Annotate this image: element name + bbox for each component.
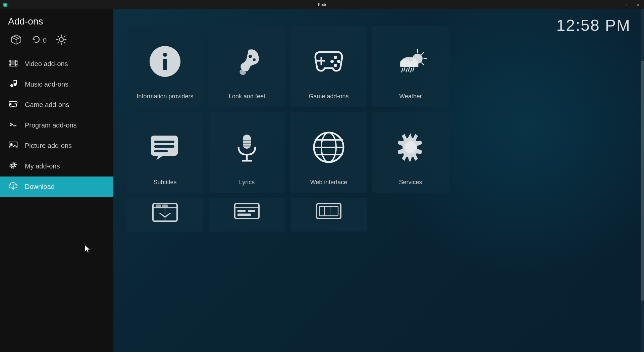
content-area: 12:58 PM Information providers bbox=[113, 9, 644, 352]
sidebar-label-game-add-ons: Game add-ons bbox=[25, 101, 69, 109]
scrollbar-thumb[interactable] bbox=[641, 61, 644, 301]
sidebar-label-music-add-ons: Music add-ons bbox=[25, 81, 68, 88]
grid-item-subtitles[interactable]: Subtitles bbox=[127, 112, 203, 193]
grid-item-look-and-feel[interactable]: Look and feel bbox=[209, 26, 285, 107]
sidebar-item-music-add-ons[interactable]: Music add-ons bbox=[0, 74, 113, 95]
sidebar-toolbar: 0 bbox=[0, 30, 113, 54]
titlebar-title: Kodi bbox=[318, 2, 326, 7]
clock-display: 12:58 PM bbox=[556, 16, 631, 35]
sidebar-item-download[interactable]: Download bbox=[0, 177, 113, 197]
grid-item-web-interface[interactable]: Web interface bbox=[290, 112, 367, 193]
svg-line-34 bbox=[422, 63, 424, 65]
grid-item-game-add-ons[interactable]: Game add-ons bbox=[290, 26, 367, 107]
svg-text:K: K bbox=[4, 3, 6, 7]
sidebar-label-program-add-ons: Program add-ons bbox=[25, 121, 77, 129]
svg-rect-48 bbox=[154, 145, 174, 148]
svg-line-44 bbox=[408, 67, 409, 71]
svg-rect-49 bbox=[154, 150, 168, 152]
sidebar-item-my-add-ons[interactable]: My add-ons bbox=[0, 156, 113, 177]
grid-label-game-add-ons: Game add-ons bbox=[309, 93, 348, 100]
main-wrapper: Add-ons 0 bbox=[0, 9, 644, 352]
svg-rect-70 bbox=[237, 214, 251, 216]
grid-item-information-providers[interactable]: Information providers bbox=[127, 26, 203, 107]
svg-point-27 bbox=[334, 56, 337, 59]
page-title: Add-ons bbox=[0, 9, 113, 30]
grid-label-subtitles: Subtitles bbox=[153, 179, 176, 186]
download-icon bbox=[8, 181, 18, 192]
titlebar-controls: ─ □ ✕ bbox=[608, 0, 644, 9]
grid-item-extra1[interactable] bbox=[127, 198, 203, 232]
svg-line-42 bbox=[411, 68, 412, 72]
music-icon bbox=[8, 79, 18, 90]
svg-point-28 bbox=[337, 60, 340, 63]
grid-item-weather[interactable]: Weather bbox=[372, 26, 449, 107]
myaddon-icon bbox=[8, 161, 18, 172]
box-icon[interactable] bbox=[10, 34, 22, 47]
services-icon bbox=[394, 131, 427, 164]
extra3-icon bbox=[315, 201, 342, 225]
film-icon bbox=[8, 58, 18, 69]
sidebar-item-video-add-ons[interactable]: Video add-ons bbox=[0, 54, 113, 74]
svg-rect-71 bbox=[248, 210, 255, 212]
sidebar: Add-ons 0 bbox=[0, 9, 113, 352]
svg-point-24 bbox=[253, 58, 256, 61]
sidebar-label-download: Download bbox=[25, 183, 55, 191]
grid-label-services: Services bbox=[399, 179, 422, 186]
grid-label-lyrics: Lyrics bbox=[239, 179, 255, 186]
svg-point-23 bbox=[249, 55, 252, 58]
svg-point-15 bbox=[16, 104, 17, 105]
refresh-count: 0 bbox=[43, 37, 47, 44]
svg-rect-73 bbox=[319, 206, 338, 216]
grid-item-services[interactable]: Services bbox=[372, 112, 449, 193]
svg-line-32 bbox=[422, 52, 424, 54]
sidebar-item-picture-add-ons[interactable]: Picture add-ons bbox=[0, 136, 113, 156]
grid-label-look-and-feel: Look and feel bbox=[229, 93, 265, 100]
svg-rect-10 bbox=[12, 61, 14, 65]
svg-rect-65 bbox=[156, 204, 161, 207]
picture-icon bbox=[8, 140, 18, 151]
gamecontroller-icon bbox=[312, 45, 345, 78]
sidebar-nav: Video add-ons Music add-ons bbox=[0, 54, 113, 352]
grid-item-lyrics[interactable]: Lyrics bbox=[209, 112, 285, 193]
close-button[interactable]: ✕ bbox=[632, 0, 644, 9]
svg-point-14 bbox=[15, 103, 16, 104]
titlebar: K Kodi ─ □ ✕ bbox=[0, 0, 644, 9]
svg-line-43 bbox=[404, 67, 405, 71]
gamepad-icon bbox=[8, 99, 18, 110]
program-icon bbox=[8, 120, 18, 131]
refresh-icon[interactable] bbox=[32, 35, 41, 46]
maximize-button[interactable]: □ bbox=[620, 0, 632, 9]
svg-rect-66 bbox=[162, 204, 168, 207]
svg-rect-17 bbox=[9, 142, 17, 148]
grid-item-extra3[interactable] bbox=[290, 198, 367, 232]
minimize-button[interactable]: ─ bbox=[608, 0, 620, 9]
grid-item-extra2[interactable] bbox=[209, 198, 285, 232]
web-icon bbox=[312, 131, 345, 164]
svg-point-21 bbox=[163, 53, 167, 57]
extra2-icon bbox=[233, 201, 260, 225]
sidebar-label-picture-add-ons: Picture add-ons bbox=[25, 142, 72, 150]
svg-rect-22 bbox=[163, 59, 167, 70]
svg-line-40 bbox=[401, 68, 402, 72]
sidebar-label-video-add-ons: Video add-ons bbox=[25, 60, 68, 68]
svg-rect-72 bbox=[317, 204, 341, 218]
sidebar-item-game-add-ons[interactable]: Game add-ons bbox=[0, 95, 113, 115]
svg-rect-69 bbox=[237, 210, 246, 212]
extra1-icon bbox=[152, 201, 178, 225]
svg-line-45 bbox=[413, 67, 414, 71]
scrollbar[interactable] bbox=[641, 9, 644, 352]
refresh-container: 0 bbox=[32, 35, 47, 46]
svg-point-29 bbox=[330, 60, 334, 63]
lyrics-icon bbox=[230, 131, 264, 164]
subtitles-icon bbox=[148, 131, 182, 164]
sidebar-item-program-add-ons[interactable]: Program add-ons bbox=[0, 115, 113, 136]
weather-icon bbox=[394, 45, 427, 78]
svg-rect-39 bbox=[400, 64, 418, 67]
grid-label-weather: Weather bbox=[399, 93, 422, 100]
gear-icon[interactable] bbox=[56, 34, 67, 46]
grid-label-information-providers: Information providers bbox=[137, 93, 193, 100]
svg-rect-50 bbox=[243, 135, 251, 149]
svg-point-11 bbox=[14, 83, 16, 86]
kodi-titlebar-icon: K bbox=[3, 2, 8, 7]
svg-marker-2 bbox=[33, 38, 35, 40]
